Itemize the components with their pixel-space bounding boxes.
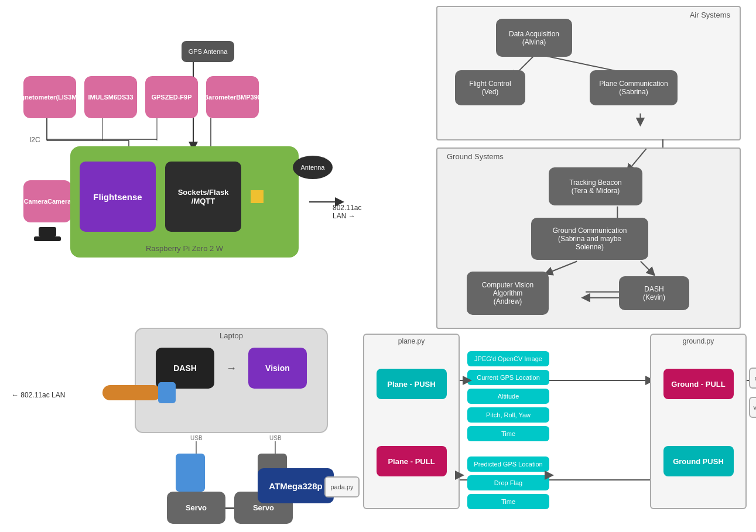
rpi-label: Raspberry Pi Zero 2 W [70, 244, 299, 253]
plane-py-section: plane.py Plane - PUSH Plane - PULL pada.… [363, 334, 460, 509]
plane-py-title: plane.py [364, 335, 459, 348]
laptop-title: Laptop [220, 331, 243, 340]
flightsense-box: Flightsense [80, 162, 156, 232]
lan-label-bottom: ← 802.11ac LAN [12, 391, 65, 399]
data-acquisition-box: Data Acquisition (Alvina) [496, 19, 572, 57]
air-systems-title: Air Systems [690, 11, 730, 19]
air-systems-container: Air Systems Data Acquisition (Alvina) Fl… [436, 6, 741, 140]
pitch-roll-yaw-item: Pitch, Roll, Yaw [467, 407, 549, 423]
atmega-box: ATMega328p [258, 468, 334, 503]
imu-box: IMU LSM6DS33 [84, 76, 137, 118]
ground-py-section: ground.py Ground - PULL Ground PUSH dash… [650, 334, 747, 509]
rpi-container: Flightsense Sockets/Flask/MQTT Raspberry… [70, 146, 299, 258]
barometer-box: Barometer BMP390 [206, 76, 259, 118]
blue-dongle-left [176, 454, 205, 492]
ground-push-box: Ground PUSH [663, 446, 734, 476]
ground-py-title: ground.py [651, 335, 745, 348]
protocol-diagram: plane.py Plane - PUSH Plane - PULL pada.… [363, 334, 750, 521]
pada-box: pada.py [324, 476, 360, 497]
svg-line-15 [629, 149, 646, 170]
svg-line-17 [641, 261, 652, 273]
svg-line-18 [548, 261, 577, 273]
gps-location-item: Current GPS Location [467, 370, 549, 385]
magnetometer-box: Magnetometer (LIS3MDL) [23, 76, 76, 118]
ground-systems-title: Ground Systems [447, 152, 504, 161]
plane-pull-box: Plane - PULL [377, 446, 447, 476]
sockets-flask-box: Sockets/Flask/MQTT [165, 162, 241, 232]
laptop-container: Laptop DASH → Vision [135, 328, 328, 433]
dash-py-box: dash.py [749, 368, 756, 389]
vision-py-box: vision.py [749, 397, 756, 418]
time-item: Time [467, 426, 549, 441]
ground-communication-box: Ground Communication (Sabrina and maybe … [531, 218, 648, 260]
push-data-column: JPEG'd OpenCV Image Current GPS Location… [467, 334, 549, 509]
time-bottom-item: Time [467, 494, 549, 509]
flight-control-box: Flight Control (Ved) [455, 70, 525, 105]
gps-box: GPS ZED-F9P [145, 76, 198, 118]
drop-flag-item: Drop Flag [467, 475, 549, 490]
altitude-item: Altitude [467, 389, 549, 404]
vision-laptop-box: Vision [248, 348, 307, 389]
lan-label-top: 802.11ac LAN → [333, 204, 361, 220]
jpeg-item: JPEG'd OpenCV Image [467, 351, 549, 366]
i2c-label: I2C [29, 136, 40, 144]
dash-box-ground: DASH (Kevin) [619, 276, 689, 310]
servo-connector [225, 507, 234, 509]
tracking-beacon-box: Tracking Beacon (Tera & Midora) [549, 167, 642, 205]
laptop-diagram: Laptop DASH → Vision USB USB Servo Servo… [100, 328, 351, 515]
servo1-box: Servo [167, 492, 225, 524]
predicted-gps-item: Predicted GPS Location [467, 457, 549, 472]
antenna-tube-bottom [102, 382, 176, 403]
camera-box: Camera Camera [23, 180, 71, 222]
dash-vision-arrow: → [226, 362, 237, 375]
sensor-row: Magnetometer (LIS3MDL) IMU LSM6DS33 GPS … [23, 76, 259, 118]
antenna-oval-top: Antenna [293, 156, 333, 179]
plane-communication-box: Plane Communication (Sabrina) [590, 70, 678, 105]
ground-systems-container: Ground Systems Tracking Beacon (Tera & M… [436, 147, 741, 329]
gps-antenna-box: GPS Antenna [182, 41, 234, 62]
yellow-connector [251, 190, 264, 203]
top-left-diagram: GPS Antenna Magnetometer (LIS3MDL) IMU L… [12, 6, 345, 310]
computer-vision-box: Computer Vision Algorithm (Andrew) [467, 272, 549, 315]
plane-push-box: Plane - PUSH [377, 369, 447, 399]
ground-pull-box: Ground - PULL [663, 369, 734, 399]
